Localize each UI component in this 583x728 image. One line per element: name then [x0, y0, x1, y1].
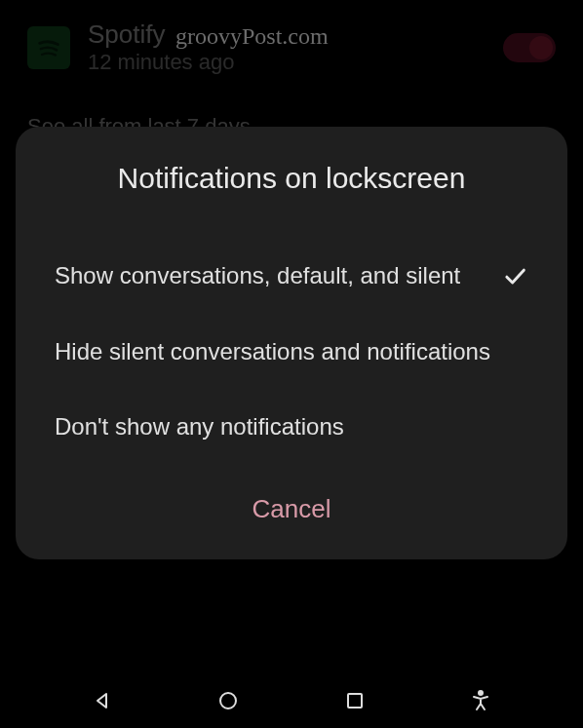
accessibility-icon [469, 689, 492, 712]
notification-row: Spotify 12 minutes ago [0, 0, 583, 95]
recents-button[interactable] [333, 679, 376, 722]
back-button[interactable] [81, 679, 124, 722]
notification-app-name: Spotify [88, 19, 486, 50]
dialog-title: Notifications on lockscreen [55, 162, 528, 195]
check-icon [501, 262, 528, 289]
watermark: groovyPost.com [175, 23, 329, 50]
option-label: Show conversations, default, and silent [55, 259, 486, 292]
option-dont-show[interactable]: Don't show any notifications [55, 389, 528, 465]
accessibility-button[interactable] [459, 679, 502, 722]
svg-rect-1 [348, 694, 362, 708]
lockscreen-notifications-dialog: Notifications on lockscreen Show convers… [16, 127, 567, 559]
home-button[interactable] [207, 679, 250, 722]
notification-text: Spotify 12 minutes ago [88, 19, 486, 75]
notification-timestamp: 12 minutes ago [88, 50, 486, 75]
option-hide-silent[interactable]: Hide silent conversations and notificati… [55, 314, 528, 390]
option-label: Hide silent conversations and notificati… [55, 335, 528, 368]
option-show-all[interactable]: Show conversations, default, and silent [55, 238, 528, 314]
navigation-bar [0, 673, 583, 728]
spotify-icon [27, 26, 70, 69]
triangle-back-icon [91, 689, 114, 712]
option-label: Don't show any notifications [55, 410, 528, 443]
circle-home-icon [216, 689, 240, 712]
square-recents-icon [343, 689, 367, 712]
svg-point-2 [479, 691, 483, 695]
svg-point-0 [220, 693, 236, 709]
notification-toggle[interactable] [503, 33, 556, 62]
cancel-button[interactable]: Cancel [55, 465, 528, 532]
toggle-thumb [529, 36, 553, 59]
